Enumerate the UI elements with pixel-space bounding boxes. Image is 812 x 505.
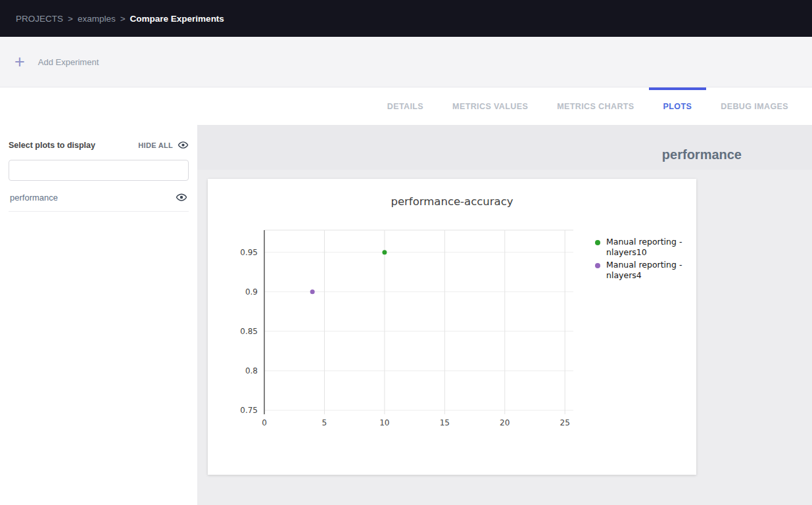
legend-item[interactable]: Manual reporting - nlayers10 [595,237,690,258]
breadcrumb-separator: > [68,14,73,24]
tab-metrics-values[interactable]: METRICS VALUES [438,87,542,125]
svg-text:0: 0 [262,418,267,427]
scatter-plot[interactable]: 0.750.80.850.90.950510152025 [208,179,696,475]
add-experiment-bar: + Add Experiment [0,37,812,87]
svg-text:25: 25 [560,418,570,427]
hide-all-button[interactable]: HIDE ALL [138,139,189,151]
svg-text:0.9: 0.9 [245,287,258,297]
tabs-bar: DETAILS METRICS VALUES METRICS CHARTS PL… [0,87,812,125]
chart-legend: Manual reporting - nlayers10Manual repor… [595,237,690,283]
visibility-toggle-icon[interactable] [176,191,187,203]
hide-all-label: HIDE ALL [138,141,173,149]
plot-filter-input[interactable] [9,160,189,181]
plots-main: performance 0.750.80.850.90.950510152025… [197,125,812,505]
svg-text:10: 10 [379,418,389,427]
svg-text:5: 5 [322,418,327,427]
tab-debug-images[interactable]: DEBUG IMAGES [706,87,803,125]
svg-text:0.85: 0.85 [240,327,258,336]
breadcrumb-project-examples[interactable]: examples [78,14,116,24]
plus-icon: + [14,55,25,69]
sidebar-header: Select plots to display HIDE ALL [9,139,189,151]
app-root: PROJECTS > examples > Compare Experiment… [0,0,812,505]
plots-sidebar: Select plots to display HIDE ALL perform… [0,125,197,505]
legend-label: Manual reporting - nlayers10 [606,237,684,258]
breadcrumb: PROJECTS > examples > Compare Experiment… [16,14,224,24]
sidebar-title: Select plots to display [9,141,95,150]
tab-metrics-charts[interactable]: METRICS CHARTS [542,87,648,125]
add-experiment-label: Add Experiment [38,57,99,67]
breadcrumb-projects[interactable]: PROJECTS [16,14,63,24]
eye-icon [178,139,189,151]
svg-text:0.95: 0.95 [240,248,258,257]
top-bar: PROJECTS > examples > Compare Experiment… [0,0,812,37]
legend-label: Manual reporting - nlayers4 [606,260,684,281]
chart-card: 0.750.80.850.90.950510152025 performance… [208,179,696,475]
svg-text:0.75: 0.75 [240,406,258,415]
breadcrumb-separator: > [120,14,126,24]
legend-item[interactable]: Manual reporting - nlayers4 [595,260,690,281]
breadcrumb-current-page: Compare Experiments [130,14,224,24]
metric-section-header: performance [197,125,812,170]
tab-plots[interactable]: PLOTS [649,87,707,125]
section-title: performance [662,147,742,162]
svg-text:15: 15 [440,418,450,427]
chart-title: performance-accuracy [208,195,696,208]
legend-marker-icon [595,240,600,245]
plot-item-label: performance [10,193,58,203]
svg-text:0.8: 0.8 [245,366,258,375]
plot-list-item-performance[interactable]: performance [9,181,189,212]
legend-marker-icon [595,263,600,268]
content-area: Select plots to display HIDE ALL perform… [0,125,812,505]
tab-details[interactable]: DETAILS [373,87,438,125]
svg-text:20: 20 [500,418,510,427]
add-experiment-button[interactable]: + Add Experiment [11,55,99,69]
